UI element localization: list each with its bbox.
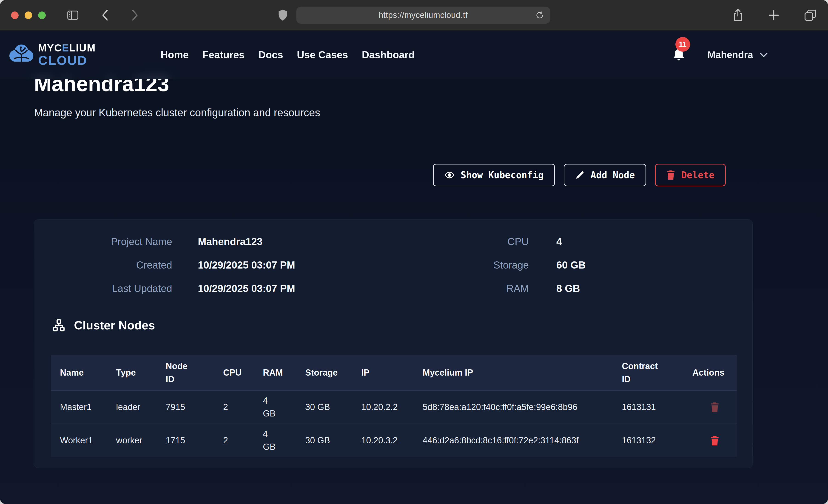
nav-home[interactable]: Home (161, 49, 189, 60)
cluster-nodes-title: Cluster Nodes (74, 319, 155, 332)
mycelium-cloud-logo[interactable]: MYCELIUM CLOUD (8, 42, 96, 67)
info-label: Storage (405, 257, 529, 274)
share-icon[interactable] (732, 8, 744, 22)
nav-dashboard[interactable]: Dashboard (362, 49, 415, 60)
info-label: Project Name (34, 234, 172, 250)
cell-storage: 30 GB (305, 401, 361, 414)
zoom-window-button[interactable] (38, 11, 46, 19)
col-header-mycelium-ip: Mycelium IP (423, 366, 622, 379)
col-header-contract-id: Contract ID (622, 360, 662, 386)
close-window-button[interactable] (11, 11, 18, 19)
privacy-shield-icon[interactable] (278, 9, 288, 21)
cell-ram: 4 GB (263, 394, 278, 420)
header-right: 11 Mahendra (672, 48, 768, 62)
info-value: 8 GB (529, 280, 752, 297)
user-menu[interactable]: Mahendra (708, 49, 768, 60)
cell-type: worker (116, 434, 166, 447)
cell-mycelium-ip: 446:d2a6:8bcd:8c16:ff0f:72e2:3114:863f (423, 434, 579, 447)
cell-type: leader (116, 401, 166, 414)
trash-icon (666, 170, 675, 180)
nav-use-cases[interactable]: Use Cases (297, 49, 348, 60)
eye-icon (444, 170, 455, 180)
address-area: https://myceliumcloud.tf (278, 7, 550, 24)
info-label: RAM (405, 280, 529, 297)
cell-name: Master1 (60, 401, 116, 414)
tab-overview-icon[interactable] (804, 9, 817, 22)
col-header-ram: RAM (263, 366, 305, 379)
info-value: 10/29/2025 03:07 PM (172, 280, 405, 297)
delete-node-button[interactable] (710, 402, 719, 413)
sidebar-toggle-icon[interactable] (67, 10, 79, 21)
forward-icon[interactable] (130, 9, 139, 22)
cluster-nodes-heading: Cluster Nodes (52, 319, 155, 332)
add-node-button[interactable]: Add Node (564, 164, 646, 186)
nav-features[interactable]: Features (202, 49, 245, 60)
logo-wordmark: MYCELIUM CLOUD (38, 43, 96, 67)
col-header-actions: Actions (693, 366, 737, 379)
cell-cpu: 2 (223, 401, 263, 414)
cell-cpu: 2 (223, 434, 263, 447)
info-value: Mahendra123 (172, 234, 405, 250)
reload-icon[interactable] (535, 10, 544, 20)
new-tab-icon[interactable] (768, 9, 780, 21)
col-header-name: Name (60, 366, 116, 379)
cluster-tree-icon (52, 319, 66, 332)
trash-icon (710, 435, 719, 446)
chevron-down-icon (759, 52, 768, 58)
info-label: CPU (405, 234, 529, 250)
chrome-right-controls (732, 8, 817, 22)
delete-label: Delete (681, 170, 715, 180)
logo-wordmark-bottom: CLOUD (38, 54, 96, 67)
url-text: https://myceliumcloud.tf (378, 10, 468, 20)
site-header: MYCELIUM CLOUD Home Features Docs Use Ca… (0, 31, 828, 79)
main-nav: Home Features Docs Use Cases Dashboard (161, 49, 415, 60)
info-value: 60 GB (529, 257, 752, 274)
col-header-ip: IP (361, 366, 423, 379)
nodes-table: Name Type Node ID CPU RAM Storage IP Myc… (51, 355, 737, 457)
browser-chrome: https://myceliumcloud.tf (0, 0, 828, 31)
cell-contract-id: 1613131 (622, 401, 693, 414)
cell-ip: 10.20.2.2 (361, 401, 423, 414)
table-row: Master1 leader 7915 2 4 GB 30 GB 10.20.2… (51, 390, 737, 424)
cell-contract-id: 1613132 (622, 434, 693, 447)
page-viewport: Mahendra123 Manage your Kubernetes clust… (0, 31, 828, 504)
nodes-table-header: Name Type Node ID CPU RAM Storage IP Myc… (51, 355, 737, 390)
cell-node-id: 1715 (166, 434, 223, 447)
trash-icon (710, 402, 719, 413)
page-subtitle: Manage your Kubernetes cluster configura… (34, 107, 320, 119)
cell-name: Worker1 (60, 434, 116, 447)
minimize-window-button[interactable] (25, 11, 32, 19)
notification-badge: 11 (675, 37, 690, 52)
back-icon[interactable] (101, 9, 110, 22)
logo-wordmark-top: MYCELIUM (38, 43, 96, 53)
project-info-grid: Project Name Mahendra123 CPU 4 Created 1… (34, 220, 752, 297)
user-name: Mahendra (708, 49, 753, 60)
col-header-node-id: Node ID (166, 360, 193, 386)
browser-window: https://myceliumcloud.tf (0, 0, 828, 504)
info-label: Created (34, 257, 172, 274)
traffic-lights (11, 11, 46, 19)
add-node-label: Add Node (591, 170, 635, 180)
notifications-button[interactable]: 11 (672, 48, 686, 62)
show-kubeconfig-button[interactable]: Show Kubeconfig (433, 164, 555, 186)
col-header-storage: Storage (305, 366, 361, 379)
info-label: Last Updated (34, 280, 172, 297)
show-kubeconfig-label: Show Kubeconfig (461, 170, 544, 180)
project-card: Project Name Mahendra123 CPU 4 Created 1… (34, 219, 753, 468)
info-value: 4 (529, 234, 752, 250)
col-header-cpu: CPU (223, 366, 263, 379)
cluster-actions-toolbar: Show Kubeconfig Add Node (34, 164, 726, 186)
url-bar[interactable]: https://myceliumcloud.tf (296, 7, 550, 24)
cell-ip: 10.20.3.2 (361, 434, 423, 447)
screenshot-root: https://myceliumcloud.tf (0, 0, 828, 504)
cell-mycelium-ip: 5d8:78ea:a120:f40c:ff0f:a5fe:99e6:8b96 (423, 401, 577, 414)
col-header-type: Type (116, 366, 166, 379)
delete-node-button[interactable] (710, 435, 719, 446)
info-value: 10/29/2025 03:07 PM (172, 257, 405, 274)
cell-storage: 30 GB (305, 434, 361, 447)
nav-docs[interactable]: Docs (258, 49, 283, 60)
cloud-logo-icon (8, 42, 35, 67)
cell-node-id: 7915 (166, 401, 223, 414)
cell-ram: 4 GB (263, 428, 278, 453)
delete-cluster-button[interactable]: Delete (655, 164, 726, 186)
